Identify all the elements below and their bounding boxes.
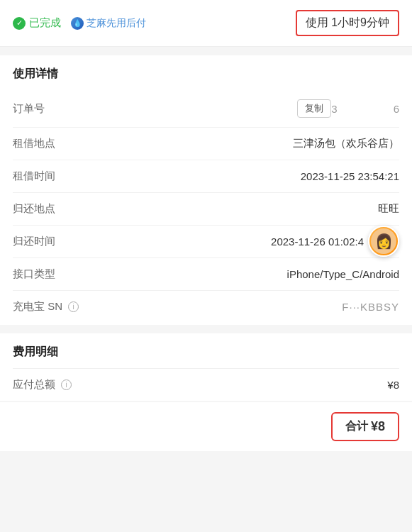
zhima-badge: 💧 芝麻先用后付 [71,17,146,30]
fee-section: 费用明细 应付总额 i ¥8 [0,333,412,401]
sn-label: 充电宝 SN i [13,300,79,314]
status-badge: ✓ 已完成 [13,16,61,30]
rental-location-row: 租借地点 三津汤包（欢乐谷店） [13,127,399,160]
total-due-info-icon[interactable]: i [61,379,72,390]
return-time-row: 归还时间 2023-11-26 01:02:4 [13,225,399,257]
interface-type-row: 接口类型 iPhone/Type_C/Android [13,257,399,290]
interface-type-label: 接口类型 [13,267,55,281]
top-bar-left: ✓ 已完成 💧 芝麻先用后付 [13,16,146,30]
rental-time-label: 租借时间 [13,170,55,183]
rental-location-value: 三津汤包（欢乐谷店） [55,137,399,150]
check-icon: ✓ [13,17,26,30]
return-time-value: 2023-11-26 01:02:4 [55,235,399,248]
usage-section: 使用详情 订单号 复制 3 6 租借地点 三津汤包（欢乐谷店） 租借时间 202… [0,55,412,325]
total-due-value: ¥8 [72,379,399,391]
usage-section-title: 使用详情 [13,55,399,90]
rental-location-label: 租借地点 [13,137,55,150]
return-location-row: 归还地点 旺旺 [13,192,399,225]
total-bar: 合计 ¥8 [0,402,412,451]
total-amount: ¥8 [371,419,385,434]
total-label: 合计 [345,419,368,434]
return-location-value: 旺旺 [55,202,399,216]
top-bar: ✓ 已完成 💧 芝麻先用后付 使用 1小时9分钟 [0,0,412,47]
return-time-wrapper: 归还时间 2023-11-26 01:02:4 👩 [13,225,399,257]
sn-value: F···KBBSY [342,301,399,313]
fee-section-title: 费用明细 [13,333,399,368]
order-id-value: 3 6 [331,103,399,115]
zhima-icon: 💧 [71,17,84,30]
zhima-label: 芝麻先用后付 [87,17,146,30]
status-label: 已完成 [29,16,61,30]
interface-type-value: iPhone/Type_C/Android [55,268,399,280]
order-id-row: 订单号 复制 3 6 [13,90,399,127]
order-id-right: 复制 3 6 [290,99,399,118]
duration-box: 使用 1小时9分钟 [296,10,399,36]
customer-service-button[interactable]: 👩 [368,226,399,257]
total-due-row: 应付总额 i ¥8 [13,368,399,401]
copy-button[interactable]: 复制 [297,99,331,118]
sn-row: 充电宝 SN i F···KBBSY [13,290,399,325]
cs-avatar: 👩 [371,228,396,254]
rental-time-value: 2023-11-25 23:54:21 [55,170,399,182]
return-location-label: 归还地点 [13,202,55,216]
duration-label: 使用 1小时9分钟 [306,16,389,28]
total-box: 合计 ¥8 [331,412,399,441]
order-id-label: 订单号 [13,102,45,116]
rental-time-row: 租借时间 2023-11-25 23:54:21 [13,160,399,192]
return-time-label: 归还时间 [13,235,55,248]
sn-info-icon[interactable]: i [68,301,79,312]
total-due-label: 应付总额 i [13,378,72,392]
